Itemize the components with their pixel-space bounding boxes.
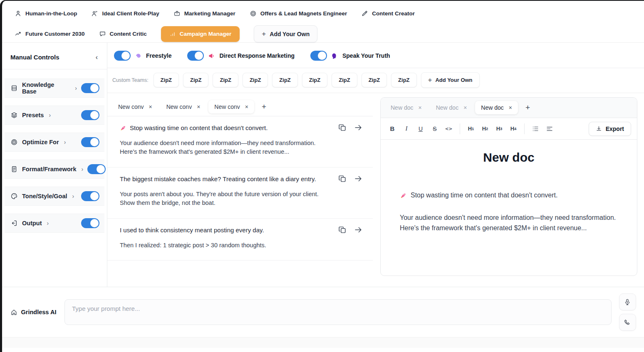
phone-button[interactable] [619, 314, 636, 331]
message-actions [338, 174, 363, 183]
role-tab-label: Human-in-the-Loop [25, 10, 77, 17]
optimize-for-toggle[interactable] [81, 137, 99, 147]
copy-icon[interactable] [338, 174, 347, 183]
message-title: I used to think consistency meant postin… [120, 226, 360, 234]
message-title-text: Stop wasting time on content that doesn'… [130, 124, 268, 131]
knowledge-base-toggle[interactable] [81, 83, 99, 93]
new-doc-icon[interactable]: + [520, 101, 535, 114]
sidebar-item-optimize-for[interactable]: Optimize For › [5, 133, 104, 152]
close-icon[interactable]: × [463, 104, 467, 111]
team-button[interactable]: ZipZ [243, 73, 268, 87]
manual-controls-sidebar: Manual Controls ‹ Knowledge Base › Prese… [2, 43, 107, 287]
close-icon[interactable]: × [418, 104, 421, 111]
team-button[interactable]: ZipZ [332, 73, 357, 87]
team-button[interactable]: ZipZ [213, 73, 238, 87]
close-icon[interactable]: × [509, 104, 512, 111]
rocket-icon [400, 192, 407, 199]
role-tabs-row-1: Human-in-the-Loop Ideal Client Role-Play… [15, 7, 644, 20]
brand: Grindless AI [2, 309, 64, 316]
download-icon [596, 126, 602, 132]
underline-button[interactable]: U [414, 123, 427, 135]
sidebar-item-presets[interactable]: Presets › [5, 106, 104, 125]
doc-tab-active[interactable]: New doc × [475, 101, 518, 114]
format-framework-toggle[interactable] [87, 164, 106, 174]
sidebar-item-label: Output [22, 220, 42, 226]
team-button[interactable]: ZipZ [272, 73, 297, 87]
team-button[interactable]: ZipZ [362, 73, 387, 87]
heading-1-button[interactable]: H1 [464, 123, 478, 135]
send-to-doc-icon[interactable] [354, 225, 363, 234]
tab-ideal-client-role-play[interactable]: Ideal Client Role-Play [91, 7, 159, 20]
output-toggle[interactable] [81, 218, 99, 228]
heading-4-button[interactable]: H4 [507, 123, 520, 135]
bullet-list-button[interactable] [529, 123, 542, 135]
send-to-doc-icon[interactable] [354, 174, 363, 183]
doc-content[interactable]: New doc Stop wasting time on content tha… [381, 140, 637, 276]
h-sub: 4 [514, 126, 516, 131]
doc-title: New doc [400, 150, 618, 165]
chevron-right-icon: › [64, 139, 66, 145]
tab-future-customer-2030[interactable]: Future Customer 2030 [15, 28, 85, 40]
speaking-head-icon [331, 52, 338, 59]
layers-icon [10, 111, 18, 119]
microphone-button[interactable] [619, 293, 636, 310]
close-icon[interactable]: × [197, 103, 200, 110]
sidebar-item-tone-style-goal[interactable]: Tone/Style/Goal › [5, 187, 104, 206]
tab-content-critic[interactable]: Content Critic [99, 28, 147, 40]
speak-your-truth-toggle[interactable] [310, 51, 327, 61]
copy-icon[interactable] [338, 225, 347, 234]
close-icon[interactable]: × [149, 103, 152, 110]
send-to-doc-icon[interactable] [354, 123, 363, 132]
italic-button[interactable]: I [400, 123, 413, 135]
tab-content-creator[interactable]: Content Creator [361, 7, 415, 20]
tone-style-goal-toggle[interactable] [81, 191, 99, 201]
sidebar-item-format-framework[interactable]: Format/Framework › [5, 160, 104, 179]
tab-campaign-manager-active[interactable]: Campaign Manager [161, 26, 240, 42]
strikethrough-button[interactable]: S [428, 123, 441, 135]
prompt-input[interactable] [64, 299, 612, 325]
bold-button[interactable]: B [386, 123, 399, 135]
tab-human-in-the-loop[interactable]: Human-in-the-Loop [15, 7, 77, 20]
tab-marketing-manager[interactable]: Marketing Manager [173, 7, 235, 20]
trending-up-icon [15, 30, 22, 37]
heading-2-button[interactable]: H2 [478, 123, 492, 135]
code-button[interactable]: <> [442, 123, 456, 135]
heading-3-button[interactable]: H3 [493, 123, 506, 135]
direct-response-marketing-toggle[interactable] [187, 51, 204, 61]
role-tab-label: Future Customer 2030 [25, 31, 85, 37]
footer-strip [2, 337, 644, 348]
copy-icon[interactable] [338, 123, 347, 132]
role-tabs-row-2: Future Customer 2030 Content Critic Camp… [15, 25, 644, 42]
conv-tab[interactable]: New conv × [161, 100, 206, 113]
doc-tab[interactable]: New doc × [430, 101, 473, 114]
close-icon[interactable]: × [245, 103, 248, 110]
doc-tab[interactable]: New doc × [385, 101, 428, 114]
doc-paragraph-line: Your audience doesn't need more informat… [400, 213, 618, 223]
freestyle-toggle[interactable] [114, 51, 131, 61]
add-your-own-role-button[interactable]: + Add Your Own [254, 25, 317, 42]
team-button[interactable]: ZipZ [302, 73, 327, 87]
collapse-sidebar-icon[interactable]: ‹ [96, 54, 98, 61]
team-button[interactable]: ZipZ [183, 73, 208, 87]
team-button[interactable]: ZipZ [154, 73, 179, 87]
sidebar-item-knowledge-base[interactable]: Knowledge Base › [5, 79, 104, 98]
add-your-own-team-button[interactable]: + Add Your Own [421, 72, 480, 88]
sidebar-item-output[interactable]: Output › [5, 214, 104, 233]
new-conversation-icon[interactable]: + [257, 101, 271, 113]
tab-offers-lead-magnets-engineer[interactable]: Offers & Lead Magnets Engineer [250, 7, 347, 20]
export-button[interactable]: Export [589, 122, 631, 136]
message-body: Your posts aren't about you. They're abo… [120, 190, 360, 208]
h-sub: 3 [500, 126, 502, 131]
app-window: Human-in-the-Loop Ideal Client Role-Play… [0, 0, 644, 352]
conv-tab-active[interactable]: New conv × [208, 100, 254, 113]
team-button[interactable]: ZipZ [391, 73, 416, 87]
message-title: The biggest mistake coaches make? Treati… [120, 175, 360, 182]
doc-paragraph: Your audience doesn't need more informat… [400, 213, 618, 234]
conv-tab[interactable]: New conv × [112, 100, 158, 113]
role-tab-label: Offers & Lead Magnets Engineer [260, 10, 347, 17]
toolbar-divider [460, 123, 460, 134]
mode-label: Direct Response Marketing [219, 52, 295, 59]
presets-toggle[interactable] [81, 110, 99, 120]
align-left-button[interactable] [543, 123, 556, 135]
chevron-right-icon: › [72, 193, 74, 199]
